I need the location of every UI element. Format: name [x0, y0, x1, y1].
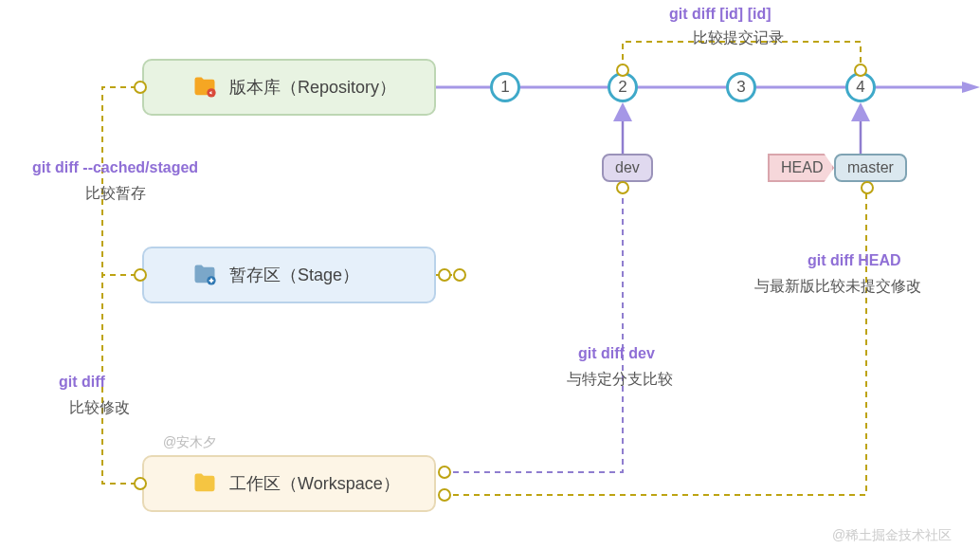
folder-icon [191, 470, 218, 497]
endpoint-dot [861, 181, 874, 194]
repository-box: 版本库（Repository） [142, 59, 436, 116]
svg-marker-1 [962, 82, 980, 93]
commit-3-label: 3 [736, 78, 745, 97]
branch-tag-dev: dev [602, 154, 653, 182]
cmd-diff-dev: git diff dev [578, 345, 655, 362]
workspace-label: 工作区（Workspace） [229, 472, 400, 495]
endpoint-dot [453, 268, 466, 282]
endpoint-dot [134, 477, 147, 490]
desc-diff-cached: 比较暂存 [85, 184, 146, 204]
endpoint-dot [438, 488, 451, 502]
commit-4-label: 4 [856, 78, 864, 97]
cmd-diff-plain: git diff [59, 374, 105, 391]
endpoint-dot [134, 81, 147, 94]
cmd-diff-head: git diff HEAD [808, 252, 901, 269]
commit-1-label: 1 [500, 78, 509, 97]
commit-node-3: 3 [726, 72, 756, 102]
endpoint-dot [134, 268, 147, 282]
repository-label: 版本库（Repository） [229, 76, 396, 99]
endpoint-dot [616, 64, 629, 77]
desc-diff-dev: 与特定分支比较 [567, 370, 673, 390]
desc-diff-id-id: 比较提交记录 [693, 28, 784, 48]
watermark-site: @稀土掘金技术社区 [832, 527, 952, 544]
endpoint-dot [854, 64, 867, 77]
head-pointer: HEAD [768, 154, 834, 182]
cmd-diff-cached: git diff --cached/staged [32, 159, 198, 176]
commit-2-label: 2 [618, 78, 626, 97]
cmd-diff-id-id: git diff [id] [id] [669, 6, 771, 23]
endpoint-dot [438, 466, 451, 479]
branch-tag-master: master [834, 154, 907, 182]
desc-diff-plain: 比较修改 [69, 398, 130, 418]
stage-box: 暂存区（Stage） [142, 247, 436, 303]
stage-label: 暂存区（Stage） [229, 264, 359, 286]
endpoint-dot [616, 181, 629, 194]
watermark-author: @安木夕 [163, 434, 216, 451]
commit-node-1: 1 [490, 72, 520, 102]
endpoint-dot [438, 268, 451, 282]
svg-point-5 [207, 88, 215, 97]
desc-diff-head: 与最新版比较未提交修改 [754, 277, 921, 297]
workspace-box: 工作区（Workspace） [142, 455, 436, 512]
folder-add-icon [191, 262, 218, 288]
folder-share-icon [191, 74, 218, 101]
